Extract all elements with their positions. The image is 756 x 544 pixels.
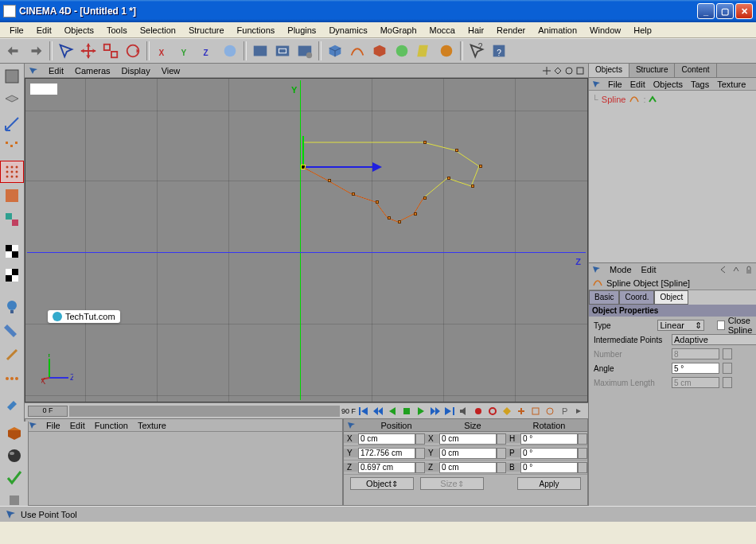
- vp-move-icon[interactable]: [542, 66, 551, 76]
- vp-maximize-icon[interactable]: [575, 66, 585, 76]
- coord-rot-H[interactable]: [520, 433, 578, 445]
- menu-hair[interactable]: Hair: [462, 24, 490, 37]
- misc-tool[interactable]: [2, 490, 26, 511]
- menu-mocca[interactable]: Mocca: [423, 24, 462, 37]
- menu-objects[interactable]: Objects: [58, 24, 100, 37]
- keypos-button[interactable]: [515, 406, 528, 417]
- vp-zoom-icon[interactable]: [553, 66, 563, 76]
- viewport-menu-view[interactable]: View: [162, 66, 181, 76]
- rotate-tool-button[interactable]: [123, 41, 143, 61]
- help-arrow-button[interactable]: ?: [466, 41, 487, 61]
- coord-size-dropdown[interactable]: Size ⇕: [420, 477, 484, 490]
- viewport-menu-display[interactable]: Display: [122, 66, 150, 76]
- minimize-button[interactable]: _: [697, 3, 715, 19]
- structure-tab[interactable]: Structure: [629, 64, 676, 77]
- render-settings-button[interactable]: [294, 41, 315, 61]
- attr-interp-dropdown[interactable]: Adaptive: [672, 334, 756, 345]
- light-tool[interactable]: [0, 296, 24, 318]
- menu-help[interactable]: Help: [627, 24, 658, 37]
- coord-size-Z[interactable]: [439, 462, 497, 473]
- z-axis-button[interactable]: Z: [197, 41, 218, 61]
- render-region-button[interactable]: [272, 41, 293, 61]
- coord-pos-Y[interactable]: [358, 448, 415, 459]
- checker2-tool[interactable]: [0, 264, 24, 286]
- material-tool[interactable]: [0, 320, 24, 342]
- points-tool[interactable]: [0, 367, 24, 390]
- menu-mograph[interactable]: MoGraph: [374, 24, 423, 37]
- attr-tab-basic[interactable]: Basic: [589, 290, 619, 305]
- axis-tool[interactable]: [0, 113, 24, 135]
- attr-menu-edit[interactable]: Edit: [641, 265, 657, 274]
- prev-key-button[interactable]: [372, 406, 384, 417]
- point-tool[interactable]: [0, 137, 24, 159]
- viewport[interactable]: Y Z Y Z X: [25, 78, 588, 402]
- menu-tools[interactable]: Tools: [100, 24, 134, 37]
- next-key-button[interactable]: [429, 406, 442, 417]
- goto-start-button[interactable]: [357, 406, 370, 417]
- attr-type-dropdown[interactable]: Linear⇕: [657, 320, 703, 331]
- checker-tool[interactable]: [0, 240, 24, 262]
- obj-menu-file[interactable]: File: [608, 80, 622, 89]
- material-menu-function[interactable]: Function: [95, 421, 128, 430]
- move-tool-button[interactable]: [78, 41, 99, 61]
- render-view-button[interactable]: [250, 41, 271, 61]
- x-axis-button[interactable]: X: [153, 41, 173, 61]
- menu-window[interactable]: Window: [583, 24, 627, 37]
- sound-button[interactable]: [458, 406, 470, 417]
- modeling-button[interactable]: [392, 41, 412, 61]
- material-menu-file[interactable]: File: [46, 421, 60, 430]
- menu-functions[interactable]: Functions: [231, 24, 282, 37]
- coord-rot-spinner-H[interactable]: [578, 433, 587, 445]
- attr-tab-coord[interactable]: Coord.: [619, 290, 654, 305]
- attr-lock-icon[interactable]: [744, 265, 754, 274]
- y-axis-button[interactable]: Y: [175, 41, 196, 61]
- obj-menu-edit[interactable]: Edit: [630, 80, 645, 89]
- orange-tool[interactable]: [2, 423, 26, 444]
- menu-plugins[interactable]: Plugins: [281, 24, 322, 37]
- bone-tool[interactable]: [0, 344, 24, 366]
- key-button[interactable]: [501, 406, 513, 417]
- scale-tool-button[interactable]: [100, 41, 121, 61]
- world-axis-button[interactable]: [220, 41, 240, 61]
- timeline-current[interactable]: 0 F: [28, 406, 68, 417]
- timeline-track[interactable]: [69, 406, 340, 417]
- stop-button[interactable]: [400, 406, 413, 417]
- obj-menu-texture[interactable]: Texture: [717, 80, 746, 89]
- coord-size-spinner-X[interactable]: [497, 433, 506, 445]
- spline-primitive-button[interactable]: [347, 41, 368, 61]
- coord-pos-Z[interactable]: [358, 462, 415, 473]
- texture-tool[interactable]: [0, 208, 24, 231]
- attr-close-spline-checkbox[interactable]: [717, 321, 725, 330]
- objects-tab[interactable]: Objects: [589, 64, 629, 77]
- coord-size-spinner-Z[interactable]: [497, 462, 506, 473]
- content-tab[interactable]: Content: [675, 64, 716, 77]
- attr-menu-mode[interactable]: Mode: [610, 265, 632, 274]
- obj-menu-objects[interactable]: Objects: [653, 80, 683, 89]
- viewport-menu-edit[interactable]: Edit: [49, 66, 64, 76]
- attr-tab-object[interactable]: Object: [654, 290, 688, 305]
- coord-rot-spinner-P[interactable]: [578, 448, 587, 459]
- undo-button[interactable]: [3, 41, 24, 61]
- play-button[interactable]: [415, 406, 427, 417]
- scene-button[interactable]: [436, 41, 457, 61]
- coord-pos-spinner-Y[interactable]: [415, 448, 425, 459]
- coord-rot-B[interactable]: [520, 462, 578, 473]
- help-button[interactable]: ?: [489, 41, 509, 61]
- goto-end-button[interactable]: [443, 406, 456, 417]
- model-tool[interactable]: [0, 89, 24, 111]
- attr-angle-input[interactable]: [672, 363, 719, 374]
- object-item-spline[interactable]: └ Spline :: [592, 94, 756, 105]
- material-area[interactable]: [25, 432, 342, 505]
- editable-tool[interactable]: [0, 65, 24, 87]
- polygon-tool[interactable]: [0, 185, 24, 207]
- material-menu-texture[interactable]: Texture: [138, 421, 166, 430]
- visibility-icon[interactable]: [649, 95, 657, 103]
- menu-edit[interactable]: Edit: [30, 24, 58, 37]
- keyrot-button[interactable]: [544, 406, 556, 417]
- coord-apply-button[interactable]: Apply: [517, 477, 581, 490]
- keyparam-button[interactable]: P: [558, 406, 571, 417]
- attr-back-icon[interactable]: [719, 265, 728, 274]
- coord-pos-X[interactable]: [358, 433, 415, 445]
- select-tool-button[interactable]: [56, 41, 76, 61]
- cube-primitive-button[interactable]: [325, 41, 345, 61]
